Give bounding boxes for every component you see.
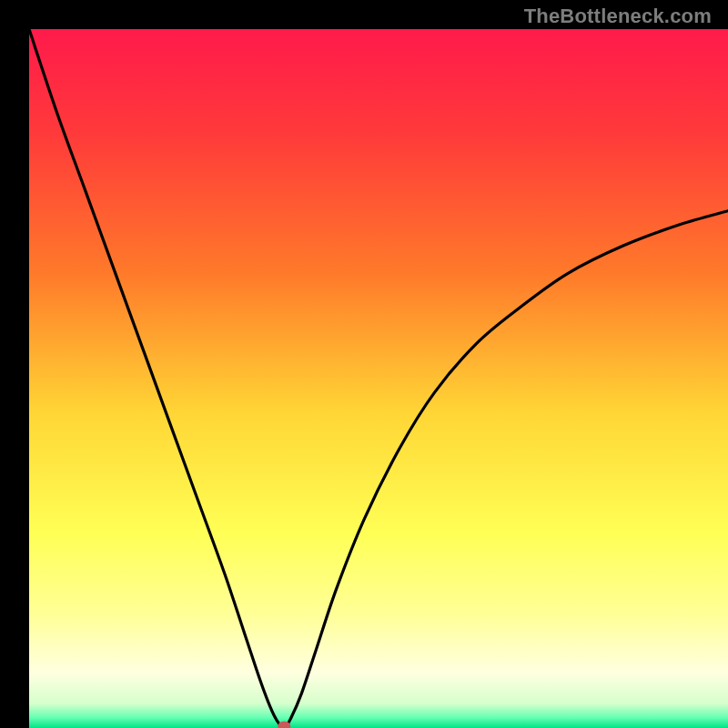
bottleneck-chart — [29, 29, 728, 728]
chart-background — [29, 29, 728, 728]
watermark-text: TheBottleneck.com — [524, 5, 712, 28]
chart-frame — [15, 15, 713, 713]
